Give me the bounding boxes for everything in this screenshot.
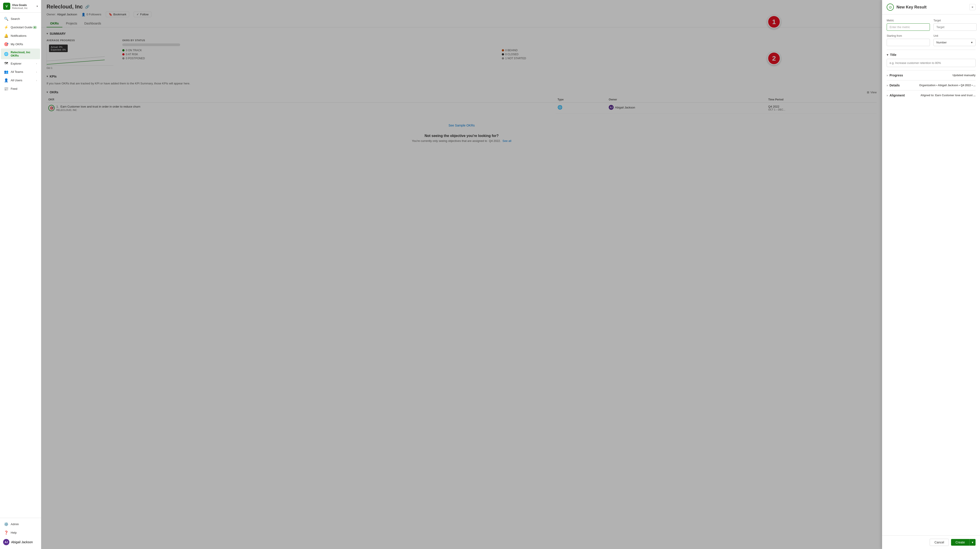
quickstart-icon: ⚡: [4, 25, 8, 29]
sidebar-footer: ⚙️ Admin ❓ Help AJ Abigail Jackson: [0, 518, 41, 549]
notifications-icon: 🔔: [4, 33, 8, 38]
user-name: Abigail Jackson: [11, 540, 33, 544]
starting-from-input[interactable]: 0: [887, 39, 930, 46]
unit-chevron-icon: ▾: [971, 41, 973, 44]
alignment-expand-header[interactable]: › Alignment Aligned to: Earn Customer lo…: [887, 94, 975, 97]
alignment-expand-section: › Alignment Aligned to: Earn Customer lo…: [887, 90, 975, 100]
metric-group: Metric: [887, 19, 930, 31]
title-input[interactable]: [887, 59, 975, 67]
target-label: Target: [934, 19, 977, 22]
progress-right-text: Updated manually: [953, 74, 975, 77]
allteams-icon: 👥: [4, 70, 8, 74]
starting-from-group: Starting from 0: [887, 34, 930, 46]
sidebar-label-allteams: All Teams: [11, 70, 36, 73]
user-avatar: AJ: [3, 539, 10, 545]
panel-title: New Key Result: [896, 5, 969, 10]
unit-group: Unit Number ▾: [934, 34, 975, 46]
app-logo-text: Viva Goals Relecloud, Inc: [12, 3, 37, 10]
unit-label: Unit: [934, 34, 975, 37]
relecloud-icon: 🌐: [4, 52, 8, 56]
create-dropdown-button[interactable]: ▾: [969, 539, 975, 546]
target-group: Target: [934, 19, 977, 31]
title-expand-header[interactable]: ▾ Title: [887, 53, 975, 57]
app-name: Viva Goals: [12, 3, 37, 7]
sidebar-label-quickstart: Quickstart Guide: [11, 25, 32, 29]
sidebar-item-explorer[interactable]: 🗺 Explorer ›: [1, 59, 40, 67]
sidebar-label-notifications: Notifications: [11, 34, 37, 37]
panel-body: Metric Target Starting from 0 Unit Numbe…: [882, 14, 980, 535]
create-button-wrapper: Create ▾: [951, 539, 975, 546]
user-profile[interactable]: AJ Abigail Jackson: [0, 537, 41, 547]
metric-input[interactable]: [887, 23, 930, 31]
explorer-chevron-icon: ›: [36, 62, 37, 65]
cancel-button[interactable]: Cancel: [930, 539, 949, 546]
sidebar-nav: 🔍 Search ⚡ Quickstart Guide 4 🔔 Notifica…: [0, 13, 41, 518]
app-logo[interactable]: V Viva Goals Relecloud, Inc ▾: [0, 0, 41, 13]
sidebar-item-help[interactable]: ❓ Help: [1, 528, 40, 537]
details-expand-header[interactable]: › Details Organization • Abigail Jackson…: [887, 84, 975, 87]
sidebar-item-allteams[interactable]: 👥 All Teams ›: [1, 68, 40, 76]
sidebar-item-allusers[interactable]: 👤 All Users ›: [1, 76, 40, 84]
details-right-text: Organization • Abigail Jackson • Q4 2022…: [919, 84, 975, 87]
metric-target-row: Metric Target: [887, 19, 975, 31]
progress-expand-header[interactable]: › Progress Updated manually: [887, 73, 975, 77]
search-icon: 🔍: [4, 17, 8, 21]
sidebar-item-relecloud[interactable]: 🌐 Relecloud, Inc OKRs: [1, 49, 40, 59]
sidebar-label-explorer: Explorer: [11, 62, 36, 65]
allusers-chevron-icon: ›: [36, 79, 37, 82]
unit-value: Number: [936, 41, 947, 44]
allteams-chevron-icon: ›: [36, 71, 37, 73]
admin-icon: ⚙️: [4, 522, 8, 526]
sidebar-item-quickstart[interactable]: ⚡ Quickstart Guide 4: [1, 23, 40, 32]
panel-footer: Cancel Create ▾: [882, 535, 980, 549]
starting-unit-row: Starting from 0 Unit Number ▾: [887, 34, 975, 46]
alignment-expand-label: Alignment: [889, 94, 905, 97]
progress-expand-label: Progress: [889, 73, 903, 77]
sidebar-label-myokrs: My OKRs: [11, 43, 37, 46]
sidebar-item-feed[interactable]: 📰 Feed: [1, 84, 40, 93]
sidebar-label-allusers: All Users: [11, 79, 36, 82]
starting-from-label: Starting from: [887, 34, 930, 37]
sidebar-item-myokrs[interactable]: 🎯 My OKRs: [1, 40, 40, 48]
create-button[interactable]: Create: [951, 539, 969, 546]
details-expand-label: Details: [889, 84, 900, 87]
right-panel: ⊙ New Key Result × Metric Target Startin…: [882, 0, 980, 549]
sidebar-item-notifications[interactable]: 🔔 Notifications: [1, 32, 40, 40]
alignment-right-text: Aligned to: Earn Customer love and trust…: [921, 94, 975, 97]
myokrs-icon: 🎯: [4, 42, 8, 46]
progress-chevron-icon: ›: [887, 73, 888, 77]
explorer-icon: 🗺: [4, 62, 8, 65]
progress-expand-section: › Progress Updated manually: [887, 70, 975, 80]
details-expand-section: › Details Organization • Abigail Jackson…: [887, 80, 975, 90]
sidebar-label-help: Help: [11, 531, 37, 534]
sidebar-label-relecloud: Relecloud, Inc OKRs: [11, 51, 37, 57]
quickstart-badge: 4: [32, 26, 37, 29]
sidebar-label-feed: Feed: [11, 87, 37, 91]
sidebar-label-search: Search: [11, 17, 37, 21]
title-chevron-icon: ▾: [887, 53, 888, 57]
help-icon: ❓: [4, 530, 8, 535]
app-logo-icon: V: [3, 3, 10, 10]
sidebar-item-admin[interactable]: ⚙️ Admin: [1, 520, 40, 528]
metric-label: Metric: [887, 19, 930, 22]
target-input[interactable]: [934, 23, 977, 31]
panel-close-button[interactable]: ×: [969, 4, 975, 10]
alignment-chevron-icon: ›: [887, 94, 888, 97]
allusers-icon: 👤: [4, 78, 8, 83]
title-expand-section: ▾ Title: [887, 50, 975, 70]
main-content: 1 2 Relecloud, Inc 🔗 Owner: Abigail Jack…: [41, 0, 882, 549]
panel-header-icon: ⊙: [887, 3, 894, 11]
panel-header: ⊙ New Key Result ×: [882, 0, 980, 14]
sidebar-label-admin: Admin: [11, 522, 37, 526]
feed-icon: 📰: [4, 87, 8, 91]
main-overlay: [41, 0, 882, 549]
app-org: Relecloud, Inc: [12, 7, 37, 10]
unit-select[interactable]: Number ▾: [934, 39, 975, 46]
details-chevron-icon: ›: [887, 84, 888, 87]
app-chevron-icon: ▾: [37, 5, 38, 8]
sidebar-item-search[interactable]: 🔍 Search: [1, 15, 40, 23]
title-expand-label: Title: [890, 53, 896, 57]
sidebar: V Viva Goals Relecloud, Inc ▾ 🔍 Search ⚡…: [0, 0, 41, 549]
